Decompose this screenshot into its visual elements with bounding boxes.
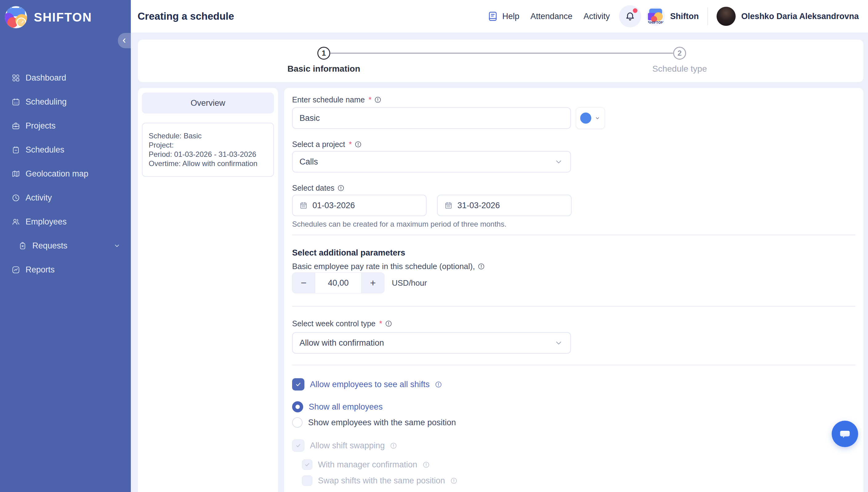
notification-dot <box>633 8 637 13</box>
end-date-input[interactable]: 31-03-2026 <box>437 195 571 216</box>
briefcase-icon <box>12 122 20 130</box>
sidebar-item-activity[interactable]: Activity <box>0 186 131 210</box>
pay-rate-unit: USD/hour <box>392 278 427 288</box>
sidebar-item-label: Reports <box>26 265 55 275</box>
info-icon[interactable] <box>423 462 429 468</box>
sidebar-item-dashboard[interactable]: Dashboard <box>0 66 131 90</box>
sidebar-item-scheduling[interactable]: Scheduling <box>0 90 131 114</box>
end-date-value: 31-03-2026 <box>458 201 500 210</box>
sidebar-item-reports[interactable]: Reports <box>0 258 131 282</box>
org-avatar-text: SHIFTON <box>646 21 665 24</box>
notifications-button[interactable] <box>619 5 641 27</box>
logo[interactable]: SHIFTON <box>0 0 131 28</box>
overview-panel: Overview Schedule: Basic Project: Period… <box>138 88 278 492</box>
help-button[interactable]: Help <box>487 10 520 22</box>
sidebar-item-employees[interactable]: Employees <box>0 210 131 234</box>
allow-shift-swapping-checkbox[interactable] <box>292 439 304 452</box>
activity-link[interactable]: Activity <box>584 12 610 21</box>
stepper: 1 Basic information 2 Schedule type <box>138 39 864 82</box>
overview-tab[interactable]: Overview <box>142 93 274 114</box>
pay-rate-decrease-button[interactable]: − <box>292 272 315 293</box>
schedule-name-label: Enter schedule name <box>292 95 365 104</box>
section-divider <box>292 235 855 235</box>
logo-text: SHIFTON <box>34 10 92 24</box>
chevron-down-icon <box>594 115 601 121</box>
info-icon[interactable] <box>435 381 442 388</box>
info-icon[interactable] <box>451 477 457 484</box>
week-control-label: Select week control type <box>292 319 376 328</box>
sidebar-item-label: Employees <box>26 217 67 227</box>
project-label-row: Select a project * <box>292 140 855 149</box>
overview-project-line: Project: <box>149 141 267 150</box>
clipboard-icon <box>12 146 20 154</box>
sidebar-collapse-button[interactable] <box>118 33 131 48</box>
start-date-input[interactable]: 01-03-2026 <box>292 195 427 216</box>
swap-same-position-label: Swap shifts with the same position <box>318 476 445 486</box>
clock-icon <box>12 194 20 202</box>
org-name[interactable]: Shifton <box>670 12 699 21</box>
chat-button[interactable] <box>832 421 858 447</box>
content-area: 1 Basic information 2 Schedule type Over… <box>131 32 868 492</box>
sidebar-item-geolocation-map[interactable]: Geolocation map <box>0 162 131 186</box>
color-swatch <box>580 113 591 124</box>
step-2-circle: 2 <box>673 47 686 60</box>
app-root: SHIFTON Dashboard Scheduling <box>0 0 868 492</box>
overview-summary: Schedule: Basic Project: Period: 01-03-2… <box>142 123 274 177</box>
pay-rate-stepper: − + <box>292 272 384 293</box>
info-icon[interactable] <box>390 442 397 449</box>
pay-rate-label-row: Basic employee pay rate in this schedule… <box>292 262 855 271</box>
see-all-shifts-label[interactable]: Allow employees to see all shifts <box>310 380 430 389</box>
overview-schedule-line: Schedule: Basic <box>149 131 267 141</box>
sidebar-item-schedules[interactable]: Schedules <box>0 138 131 162</box>
sidebar-item-label: Projects <box>26 121 56 131</box>
chevron-down-icon[interactable] <box>114 242 120 249</box>
sidebar-item-requests[interactable]: Requests <box>0 234 131 258</box>
sidebar: SHIFTON Dashboard Scheduling <box>0 0 131 492</box>
pay-rate-increase-button[interactable]: + <box>362 272 384 293</box>
info-icon[interactable] <box>385 320 392 327</box>
info-icon[interactable] <box>478 263 485 270</box>
user-name[interactable]: Oleshko Daria Aleksandrovna <box>741 12 859 21</box>
overview-overtime-line: Overtime: Allow with confirmation <box>149 159 267 168</box>
grid-icon <box>12 74 20 82</box>
required-asterisk: * <box>379 319 382 328</box>
section-divider <box>292 306 855 306</box>
allow-shift-swapping-label: Allow shift swapping <box>310 441 385 450</box>
same-position-label[interactable]: Show employees with the same position <box>308 418 456 427</box>
topbar: Creating a schedule Help Attendance Acti… <box>131 0 868 32</box>
info-icon[interactable] <box>375 97 381 103</box>
chevron-down-icon <box>554 339 563 347</box>
project-select[interactable]: Calls <box>292 151 571 173</box>
show-all-employees-label[interactable]: Show all employees <box>309 402 382 412</box>
same-position-radio[interactable] <box>292 417 303 428</box>
see-all-shifts-checkbox[interactable] <box>292 378 304 391</box>
step-schedule-type[interactable]: 2 Schedule type <box>615 47 744 74</box>
sidebar-item-label: Requests <box>32 241 67 251</box>
info-icon[interactable] <box>355 141 361 148</box>
calendar-icon <box>12 98 20 106</box>
color-picker-button[interactable] <box>576 107 605 129</box>
users-icon <box>12 218 20 226</box>
page-title: Creating a schedule <box>138 10 234 22</box>
sidebar-item-projects[interactable]: Projects <box>0 114 131 138</box>
chevron-down-icon <box>554 157 563 166</box>
pay-rate-input[interactable] <box>315 272 362 293</box>
info-icon[interactable] <box>338 185 344 191</box>
show-all-employees-radio[interactable] <box>292 401 303 412</box>
attendance-link[interactable]: Attendance <box>530 12 572 21</box>
sidebar-item-label: Dashboard <box>26 73 66 83</box>
chart-icon <box>12 266 20 274</box>
dates-helper-text: Schedules can be created for a maximum p… <box>292 220 855 229</box>
schedule-name-input[interactable] <box>292 107 571 129</box>
manager-confirmation-checkbox[interactable] <box>302 460 312 470</box>
calendar-icon <box>300 201 307 210</box>
step-basic-information[interactable]: 1 Basic information <box>259 47 389 74</box>
step-1-circle: 1 <box>318 47 330 60</box>
org-avatar[interactable]: SHIFTON <box>646 7 665 26</box>
user-avatar[interactable] <box>717 7 736 26</box>
week-control-select[interactable]: Allow with confirmation <box>292 332 571 353</box>
pay-rate-label: Basic employee pay rate in this schedule… <box>292 262 475 271</box>
project-select-value: Calls <box>300 157 318 167</box>
swap-same-position-checkbox[interactable] <box>302 475 312 486</box>
week-control-select-value: Allow with confirmation <box>300 338 384 348</box>
